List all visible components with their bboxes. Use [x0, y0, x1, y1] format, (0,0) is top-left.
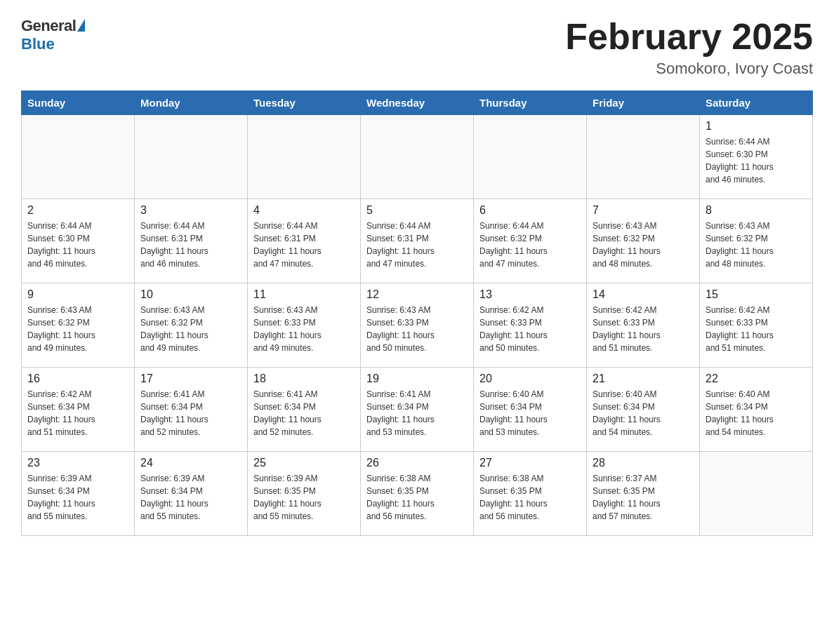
day-info: Sunrise: 6:44 AM Sunset: 6:31 PM Dayligh…	[253, 220, 355, 270]
day-number: 1	[706, 120, 807, 133]
page-header: General Blue February 2025 Somokoro, Ivo…	[21, 17, 813, 78]
day-number: 5	[366, 204, 468, 217]
calendar-cell: 28Sunrise: 6:37 AM Sunset: 6:35 PM Dayli…	[587, 452, 700, 536]
calendar-cell	[474, 115, 587, 199]
day-number: 21	[593, 373, 694, 385]
calendar-cell	[700, 452, 813, 536]
day-info: Sunrise: 6:43 AM Sunset: 6:32 PM Dayligh…	[140, 304, 241, 354]
day-number: 17	[140, 373, 241, 385]
day-info: Sunrise: 6:43 AM Sunset: 6:32 PM Dayligh…	[593, 220, 694, 270]
day-number: 24	[140, 457, 241, 469]
calendar-week-row: 23Sunrise: 6:39 AM Sunset: 6:34 PM Dayli…	[22, 452, 813, 536]
day-number: 12	[366, 288, 468, 301]
day-info: Sunrise: 6:40 AM Sunset: 6:34 PM Dayligh…	[479, 388, 581, 438]
calendar-table: SundayMondayTuesdayWednesdayThursdayFrid…	[21, 90, 813, 536]
day-info: Sunrise: 6:43 AM Sunset: 6:33 PM Dayligh…	[253, 304, 355, 354]
calendar-cell: 4Sunrise: 6:44 AM Sunset: 6:31 PM Daylig…	[248, 199, 361, 283]
day-info: Sunrise: 6:44 AM Sunset: 6:31 PM Dayligh…	[140, 220, 241, 270]
day-info: Sunrise: 6:43 AM Sunset: 6:32 PM Dayligh…	[706, 220, 807, 270]
day-number: 10	[140, 288, 241, 301]
day-info: Sunrise: 6:37 AM Sunset: 6:35 PM Dayligh…	[593, 472, 694, 523]
calendar-cell: 21Sunrise: 6:40 AM Sunset: 6:34 PM Dayli…	[587, 368, 700, 452]
calendar-cell: 9Sunrise: 6:43 AM Sunset: 6:32 PM Daylig…	[22, 283, 135, 368]
calendar-cell: 22Sunrise: 6:40 AM Sunset: 6:34 PM Dayli…	[700, 368, 813, 452]
calendar-cell: 17Sunrise: 6:41 AM Sunset: 6:34 PM Dayli…	[135, 368, 248, 452]
day-info: Sunrise: 6:43 AM Sunset: 6:33 PM Dayligh…	[366, 304, 468, 354]
calendar-cell: 27Sunrise: 6:38 AM Sunset: 6:35 PM Dayli…	[474, 452, 587, 536]
calendar-cell: 14Sunrise: 6:42 AM Sunset: 6:33 PM Dayli…	[587, 283, 700, 368]
calendar-cell: 11Sunrise: 6:43 AM Sunset: 6:33 PM Dayli…	[248, 283, 361, 368]
day-number: 7	[593, 204, 694, 217]
day-number: 3	[140, 204, 241, 217]
day-number: 25	[253, 457, 355, 469]
calendar-cell: 23Sunrise: 6:39 AM Sunset: 6:34 PM Dayli…	[22, 452, 135, 536]
calendar-cell	[587, 115, 700, 199]
calendar-cell: 25Sunrise: 6:39 AM Sunset: 6:35 PM Dayli…	[248, 452, 361, 536]
day-info: Sunrise: 6:42 AM Sunset: 6:33 PM Dayligh…	[706, 304, 807, 354]
weekday-header-monday: Monday	[135, 91, 248, 115]
day-info: Sunrise: 6:41 AM Sunset: 6:34 PM Dayligh…	[140, 388, 241, 438]
weekday-header-wednesday: Wednesday	[361, 91, 474, 115]
calendar-cell: 3Sunrise: 6:44 AM Sunset: 6:31 PM Daylig…	[135, 199, 248, 283]
day-info: Sunrise: 6:41 AM Sunset: 6:34 PM Dayligh…	[366, 388, 468, 438]
day-number: 8	[706, 204, 807, 217]
logo-general-text: General	[21, 17, 76, 35]
day-number: 28	[593, 457, 694, 469]
logo-triangle-icon	[77, 19, 85, 32]
weekday-header-tuesday: Tuesday	[248, 91, 361, 115]
day-info: Sunrise: 6:43 AM Sunset: 6:32 PM Dayligh…	[27, 304, 128, 354]
calendar-cell	[135, 115, 248, 199]
calendar-cell: 8Sunrise: 6:43 AM Sunset: 6:32 PM Daylig…	[700, 199, 813, 283]
weekday-header-row: SundayMondayTuesdayWednesdayThursdayFrid…	[22, 91, 813, 115]
day-number: 19	[366, 373, 468, 385]
month-title: February 2025	[565, 17, 813, 57]
calendar-cell	[361, 115, 474, 199]
calendar-cell: 2Sunrise: 6:44 AM Sunset: 6:30 PM Daylig…	[22, 199, 135, 283]
day-info: Sunrise: 6:38 AM Sunset: 6:35 PM Dayligh…	[366, 472, 468, 523]
calendar-week-row: 16Sunrise: 6:42 AM Sunset: 6:34 PM Dayli…	[22, 368, 813, 452]
title-area: February 2025 Somokoro, Ivory Coast	[565, 17, 813, 78]
calendar-cell: 19Sunrise: 6:41 AM Sunset: 6:34 PM Dayli…	[361, 368, 474, 452]
calendar-cell: 20Sunrise: 6:40 AM Sunset: 6:34 PM Dayli…	[474, 368, 587, 452]
calendar-week-row: 1Sunrise: 6:44 AM Sunset: 6:30 PM Daylig…	[22, 115, 813, 199]
day-number: 13	[479, 288, 581, 301]
calendar-cell: 13Sunrise: 6:42 AM Sunset: 6:33 PM Dayli…	[474, 283, 587, 368]
day-number: 20	[479, 373, 581, 385]
calendar-cell: 18Sunrise: 6:41 AM Sunset: 6:34 PM Dayli…	[248, 368, 361, 452]
calendar-cell: 10Sunrise: 6:43 AM Sunset: 6:32 PM Dayli…	[135, 283, 248, 368]
day-number: 18	[253, 373, 355, 385]
weekday-header-thursday: Thursday	[474, 91, 587, 115]
weekday-header-friday: Friday	[587, 91, 700, 115]
day-number: 26	[366, 457, 468, 469]
calendar-cell: 7Sunrise: 6:43 AM Sunset: 6:32 PM Daylig…	[587, 199, 700, 283]
calendar-cell: 1Sunrise: 6:44 AM Sunset: 6:30 PM Daylig…	[700, 115, 813, 199]
day-number: 15	[706, 288, 807, 301]
day-number: 22	[706, 373, 807, 385]
day-number: 6	[479, 204, 581, 217]
day-number: 4	[253, 204, 355, 217]
calendar-week-row: 9Sunrise: 6:43 AM Sunset: 6:32 PM Daylig…	[22, 283, 813, 368]
day-info: Sunrise: 6:44 AM Sunset: 6:31 PM Dayligh…	[366, 220, 468, 270]
day-info: Sunrise: 6:38 AM Sunset: 6:35 PM Dayligh…	[479, 472, 581, 523]
day-info: Sunrise: 6:44 AM Sunset: 6:32 PM Dayligh…	[479, 220, 581, 270]
day-number: 23	[27, 457, 128, 469]
day-number: 9	[27, 288, 128, 301]
calendar-cell: 24Sunrise: 6:39 AM Sunset: 6:34 PM Dayli…	[135, 452, 248, 536]
day-info: Sunrise: 6:40 AM Sunset: 6:34 PM Dayligh…	[593, 388, 694, 438]
day-number: 2	[27, 204, 128, 217]
location-subtitle: Somokoro, Ivory Coast	[565, 60, 813, 78]
day-info: Sunrise: 6:44 AM Sunset: 6:30 PM Dayligh…	[27, 220, 128, 270]
calendar-cell: 16Sunrise: 6:42 AM Sunset: 6:34 PM Dayli…	[22, 368, 135, 452]
calendar-week-row: 2Sunrise: 6:44 AM Sunset: 6:30 PM Daylig…	[22, 199, 813, 283]
calendar-cell: 6Sunrise: 6:44 AM Sunset: 6:32 PM Daylig…	[474, 199, 587, 283]
day-info: Sunrise: 6:42 AM Sunset: 6:34 PM Dayligh…	[27, 388, 128, 438]
day-info: Sunrise: 6:42 AM Sunset: 6:33 PM Dayligh…	[479, 304, 581, 354]
day-info: Sunrise: 6:39 AM Sunset: 6:34 PM Dayligh…	[27, 472, 128, 523]
calendar-cell: 26Sunrise: 6:38 AM Sunset: 6:35 PM Dayli…	[361, 452, 474, 536]
calendar-cell	[22, 115, 135, 199]
day-info: Sunrise: 6:39 AM Sunset: 6:35 PM Dayligh…	[253, 472, 355, 523]
weekday-header-sunday: Sunday	[22, 91, 135, 115]
day-info: Sunrise: 6:40 AM Sunset: 6:34 PM Dayligh…	[706, 388, 807, 438]
calendar-cell: 15Sunrise: 6:42 AM Sunset: 6:33 PM Dayli…	[700, 283, 813, 368]
calendar-cell: 5Sunrise: 6:44 AM Sunset: 6:31 PM Daylig…	[361, 199, 474, 283]
